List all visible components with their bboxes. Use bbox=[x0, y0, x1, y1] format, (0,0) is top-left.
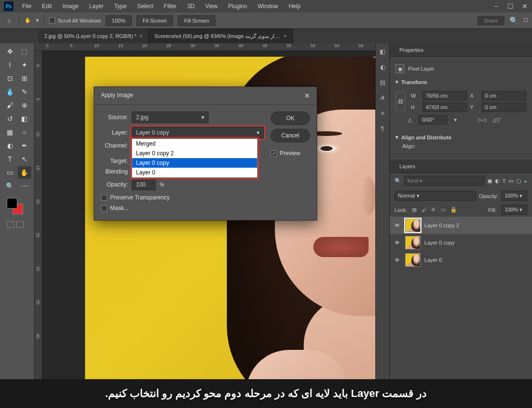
menu-3d[interactable]: 3D bbox=[182, 1, 199, 12]
visibility-icon[interactable]: 👁 bbox=[395, 257, 401, 263]
eraser-tool[interactable]: ◧ bbox=[18, 112, 31, 125]
paragraph-icon[interactable]: ≡ bbox=[378, 109, 387, 117]
layer-filter[interactable]: Kind ▾ bbox=[404, 176, 484, 186]
transform-section[interactable]: ▾Transform bbox=[396, 76, 526, 88]
menu-type[interactable]: Type bbox=[109, 1, 131, 12]
layer-option-copy2[interactable]: Layer 0 copy 2 bbox=[132, 148, 257, 158]
fill-opacity[interactable]: 100% ▾ bbox=[501, 205, 527, 215]
lock-artboard-icon[interactable]: ▭ bbox=[441, 207, 447, 213]
history-brush-tool[interactable]: ↺ bbox=[3, 112, 17, 125]
visibility-icon[interactable]: 👁 bbox=[395, 240, 401, 246]
menu-file[interactable]: File bbox=[17, 1, 36, 12]
menu-plugins[interactable]: Plugins bbox=[223, 1, 252, 12]
properties-tab[interactable]: Properties bbox=[395, 44, 428, 56]
layer-option-merged[interactable]: Merged bbox=[132, 139, 257, 148]
layer-name[interactable]: Layer 0 bbox=[424, 257, 442, 263]
maximize-button[interactable]: ☐ bbox=[503, 0, 518, 12]
layer-option-copy[interactable]: Layer 0 copy bbox=[132, 158, 257, 168]
layer-thumbnail[interactable] bbox=[405, 236, 421, 249]
color-panel-icon[interactable]: ◧ bbox=[378, 47, 387, 56]
layers-tab[interactable]: Layers bbox=[395, 161, 420, 172]
scroll-all-checkbox[interactable]: Scroll All Windows bbox=[49, 17, 101, 24]
flip-h-icon[interactable]: ▷◁ bbox=[478, 117, 486, 123]
color-swatches[interactable] bbox=[7, 198, 26, 217]
hand-tool-icon[interactable]: ✋ bbox=[25, 17, 31, 24]
character-icon[interactable]: A bbox=[378, 93, 387, 102]
opacity-input[interactable] bbox=[132, 179, 156, 190]
menu-layer[interactable]: Layer bbox=[84, 1, 108, 12]
dodge-tool[interactable]: ◐ bbox=[3, 139, 17, 152]
layer-select[interactable]: Layer 0 copy▾ bbox=[132, 127, 264, 138]
filter-toggle[interactable]: ● bbox=[524, 178, 527, 184]
tab-document-1[interactable]: 2.jpg @ 50% (Layer 0 copy 2, RGB/8) * × bbox=[38, 29, 149, 43]
source-select[interactable]: 2.jpg▾ bbox=[132, 111, 209, 123]
filter-smart-icon[interactable]: ▢ bbox=[516, 178, 521, 184]
filter-shape-icon[interactable]: ▭ bbox=[508, 178, 513, 184]
menu-select[interactable]: Select bbox=[132, 1, 158, 12]
width-input[interactable] bbox=[422, 91, 467, 100]
height-input[interactable] bbox=[422, 102, 467, 112]
layer-opacity[interactable]: 100% ▾ bbox=[501, 191, 527, 201]
link-icon[interactable]: ⛓ bbox=[396, 92, 405, 111]
home-icon[interactable]: ⌂ bbox=[4, 15, 14, 26]
layer-thumbnail[interactable] bbox=[405, 219, 421, 232]
type-tool[interactable]: T bbox=[3, 153, 17, 165]
preserve-transparency-check[interactable]: Preserve Transparency bbox=[101, 194, 264, 201]
fit-screen-button[interactable]: Fit Screen bbox=[136, 15, 173, 26]
more-tool[interactable]: ⋯ bbox=[18, 180, 31, 192]
stamp-tool[interactable]: ⊕ bbox=[18, 99, 31, 111]
healing-tool[interactable]: ✎ bbox=[18, 86, 31, 98]
minimize-button[interactable]: − bbox=[489, 0, 503, 12]
frame-tool[interactable]: ⊞ bbox=[18, 72, 31, 85]
menu-image[interactable]: Image bbox=[58, 1, 83, 12]
close-icon[interactable]: × bbox=[139, 33, 142, 39]
gradient-tool[interactable]: ▦ bbox=[3, 126, 17, 138]
foreground-color[interactable] bbox=[7, 198, 17, 209]
filter-type-icon[interactable]: T bbox=[503, 178, 506, 184]
preview-check[interactable]: Preview bbox=[271, 150, 310, 157]
y-input[interactable] bbox=[482, 102, 526, 112]
layer-item[interactable]: 👁 Layer 0 copy 2 bbox=[390, 217, 532, 234]
zoom-tool[interactable]: 🔍 bbox=[3, 180, 17, 192]
blur-tool[interactable]: ○ bbox=[18, 126, 31, 138]
menu-view[interactable]: View bbox=[200, 1, 223, 12]
move-tool[interactable]: ✥ bbox=[3, 45, 17, 58]
close-button[interactable]: ✕ bbox=[518, 0, 532, 12]
menu-window[interactable]: Window bbox=[253, 1, 283, 12]
layer-item[interactable]: 👁 Layer 0 copy bbox=[390, 234, 532, 251]
menu-filter[interactable]: Filter bbox=[159, 1, 182, 12]
visibility-icon[interactable]: 👁 bbox=[395, 223, 401, 228]
mask-check[interactable]: Mask... bbox=[101, 205, 264, 211]
angle-input[interactable] bbox=[419, 115, 447, 124]
glyphs-icon[interactable]: ¶ bbox=[378, 124, 387, 133]
share-button[interactable]: Share bbox=[477, 16, 505, 25]
magic-wand-tool[interactable]: ✦ bbox=[18, 59, 31, 71]
x-input[interactable] bbox=[482, 91, 526, 100]
blend-mode-select[interactable]: Normal ▾ bbox=[395, 191, 476, 201]
filter-pixel-icon[interactable]: ▣ bbox=[487, 178, 492, 184]
layer-thumbnail[interactable] bbox=[405, 253, 421, 267]
close-icon[interactable]: ✕ bbox=[304, 92, 310, 99]
tab-document-2[interactable]: Screenshot (58).png @ 83/6% (Image بعد ا… bbox=[149, 29, 293, 43]
lock-position-icon[interactable]: ✥ bbox=[431, 207, 438, 213]
path-tool[interactable]: ↖ bbox=[18, 153, 31, 165]
layer-item[interactable]: 👁 Layer 0 bbox=[390, 251, 532, 269]
layer-name[interactable]: Layer 0 copy bbox=[424, 240, 455, 246]
lock-pixels-icon[interactable]: 🖌 bbox=[421, 207, 428, 213]
lock-all-icon[interactable]: 🔒 bbox=[450, 207, 457, 213]
fill-screen-button[interactable]: Fill Screen bbox=[178, 15, 215, 26]
flip-v-icon[interactable]: △▽ bbox=[493, 117, 500, 123]
brush-tool[interactable]: 🖌 bbox=[3, 99, 17, 111]
layer-option-0[interactable]: Layer 0 bbox=[132, 168, 257, 177]
libraries-icon[interactable]: ▤ bbox=[378, 78, 387, 87]
cancel-button[interactable]: Cancel bbox=[271, 129, 310, 142]
ok-button[interactable]: OK bbox=[271, 111, 310, 125]
zoom-level[interactable]: 100% bbox=[106, 15, 132, 26]
adjustments-icon[interactable]: ◐ bbox=[378, 62, 387, 71]
close-icon[interactable]: × bbox=[284, 33, 286, 39]
lock-transparency-icon[interactable]: ▦ bbox=[412, 207, 419, 213]
align-section[interactable]: ▾Align and Distribute bbox=[396, 131, 526, 143]
hand-tool[interactable]: ✋ bbox=[18, 166, 31, 179]
crop-tool[interactable]: ⊡ bbox=[3, 72, 17, 85]
shape-tool[interactable]: ▭ bbox=[3, 166, 17, 179]
